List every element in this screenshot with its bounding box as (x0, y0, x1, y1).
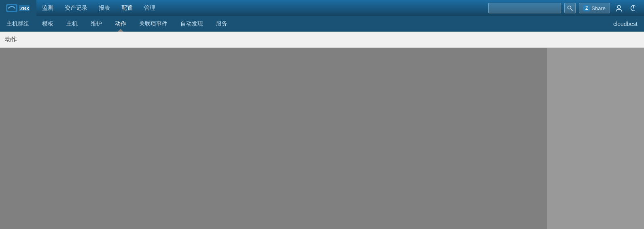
subnav-action[interactable]: 动作 (108, 16, 133, 32)
user-icon (615, 4, 623, 12)
top-nav-links: 监测 资产记录 报表 配置 管理 (36, 0, 488, 16)
main-content (0, 48, 644, 229)
content-area (0, 48, 547, 229)
search-button[interactable] (564, 3, 576, 13)
svg-text:ZBX: ZBX (20, 6, 30, 11)
subnav-services[interactable]: 服务 (210, 16, 234, 32)
nav-config[interactable]: 配置 (116, 0, 138, 16)
nav-reports[interactable]: 报表 (93, 0, 116, 16)
share-button[interactable]: Z Share (579, 3, 610, 13)
logout-button[interactable] (628, 3, 639, 13)
top-navbar: ZBX 监测 资产记录 报表 配置 管理 Z Share (0, 0, 644, 16)
username-display: cloudbest (613, 21, 644, 27)
page-header: 动作 (0, 32, 644, 48)
search-icon (567, 5, 573, 11)
subnav-template[interactable]: 模板 (36, 16, 60, 32)
subnav-maintenance[interactable]: 维护 (84, 16, 108, 32)
nav-asset-records[interactable]: 资产记录 (59, 0, 93, 16)
subnav-host[interactable]: 主机 (60, 16, 84, 32)
top-nav-right: Z Share (488, 3, 644, 13)
logo-area[interactable]: ZBX (0, 0, 36, 16)
svg-line-5 (571, 9, 573, 11)
sub-navbar: 主机群组 模板 主机 维护 动作 关联项事件 自动发现 服务 cloudbest (0, 16, 644, 32)
power-icon (630, 4, 637, 12)
svg-point-6 (617, 5, 621, 9)
nav-manage[interactable]: 管理 (138, 0, 161, 16)
subnav-auto-discovery[interactable]: 自动发现 (174, 16, 210, 32)
share-z-icon: Z (583, 5, 590, 11)
sidebar-right (547, 48, 644, 229)
user-profile-button[interactable] (613, 3, 625, 13)
app-logo: ZBX (6, 2, 30, 14)
subnav-host-group[interactable]: 主机群组 (0, 16, 36, 32)
subnav-related-events[interactable]: 关联项事件 (133, 16, 174, 32)
search-input[interactable] (488, 3, 561, 13)
page-title: 动作 (5, 36, 17, 43)
nav-monitor[interactable]: 监测 (36, 0, 59, 16)
